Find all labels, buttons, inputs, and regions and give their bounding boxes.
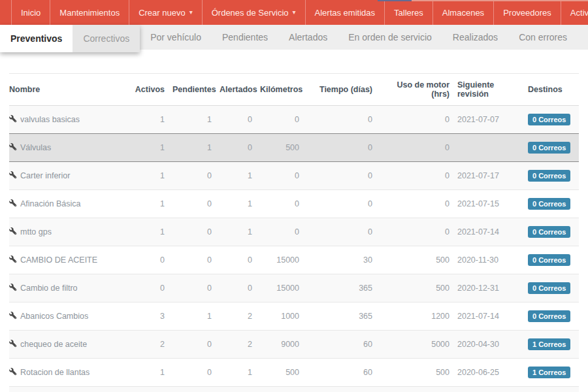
next-revision-date: 2021-07-14 <box>453 302 524 331</box>
nav-item-actividad-concepto[interactable]: Actividad / Concepto <box>561 0 588 25</box>
next-revision-date: 2021-07-17 <box>453 162 524 190</box>
maintenance-name: CAMBIO DE ACEITE <box>20 255 97 265</box>
correos-badge[interactable]: 0 Correos <box>528 114 570 125</box>
correos-badge[interactable]: 0 Correos <box>528 226 570 238</box>
tab-con-errores[interactable]: Con errores <box>508 25 578 50</box>
wrench-icon <box>9 340 17 348</box>
col-header-alertados: Alertados <box>216 74 256 106</box>
col-header-pendientes: Pendientes <box>169 74 216 106</box>
next-revision-date <box>453 134 524 162</box>
tab-por-vehiculo[interactable]: Por vehículo <box>140 25 212 50</box>
col-header-tiempo: Tiempo (días) <box>303 74 376 106</box>
nav-item-almacenes[interactable]: Almacenes <box>433 0 493 25</box>
correos-badge[interactable]: 0 Correos <box>528 198 570 210</box>
table-row[interactable]: Cambio de aceite 1 0 1 656041 30 5643 20… <box>9 387 579 392</box>
maintenance-name: Válvulas <box>20 143 51 152</box>
table-row[interactable]: Abanicos Cambios 3 1 2 1000 365 1200 202… <box>9 302 579 331</box>
correos-badge[interactable]: 1 Correos <box>528 338 570 350</box>
maintenance-name: Afinación Básica <box>20 199 80 208</box>
next-revision-date: 2021-07-14 <box>453 218 524 246</box>
tab-alertados[interactable]: Alertados <box>278 25 338 50</box>
wrench-icon <box>9 143 17 151</box>
filter-tabbar: Preventivos Correctivos Por vehículo Pen… <box>0 25 588 50</box>
active-tab-group: Preventivos Correctivos <box>0 25 140 52</box>
correos-badge[interactable]: 0 Correos <box>528 282 570 294</box>
nav-item-proveedores[interactable]: Proveedores <box>493 0 561 25</box>
next-revision-date: 2020-06-25 <box>453 359 524 387</box>
correos-badge[interactable]: 0 Correos <box>528 310 570 322</box>
nav-item-ordenes-de-servicio[interactable]: Órdenes de Servicio▾ <box>202 0 305 25</box>
window-edge-artifact-light <box>412 0 588 1</box>
table-row[interactable]: Carter inferior 1 0 1 0 0 0 2021-07-17 0… <box>9 162 579 190</box>
tab-pendientes[interactable]: Pendientes <box>212 25 278 50</box>
tab-en-orden-de-servicio[interactable]: En orden de servicio <box>338 25 442 50</box>
wrench-icon <box>9 227 17 235</box>
nav-item-inicio[interactable]: Inicio <box>11 0 50 25</box>
nav-item-alertas-emitidas[interactable]: Alertas emitidas <box>305 0 384 25</box>
table-row[interactable]: valvulas basicas 1 1 0 0 0 0 2021-07-07 … <box>9 106 579 134</box>
table-row[interactable]: chequeo de aceite 2 0 2 9000 60 5000 202… <box>9 331 579 359</box>
next-revision-date: 2020-04-30 <box>453 331 524 359</box>
col-header-siguiente-revision: Siguiente revisión <box>453 74 524 106</box>
tab-correctivos[interactable]: Correctivos <box>73 25 140 52</box>
table-row[interactable]: Afinación Básica 1 0 1 0 0 0 2021-07-15 … <box>9 190 579 218</box>
table-row[interactable]: Cambio de filtro 0 0 0 15000 365 500 202… <box>9 274 579 302</box>
maintenance-name: Carter inferior <box>20 171 70 180</box>
wrench-icon <box>9 199 17 207</box>
next-revision-date: 2020-11-30 <box>453 246 524 274</box>
table-row[interactable]: mtto gps 1 0 1 0 0 0 2021-07-14 0 Correo… <box>9 218 579 246</box>
chevron-down-icon: ▾ <box>293 9 296 16</box>
col-header-activos: Activos <box>131 74 169 106</box>
maintenance-name: Rotacion de llantas <box>20 368 90 377</box>
col-header-uso-motor: Uso de motor (hrs) <box>376 74 453 106</box>
nav-item-crear-nuevo[interactable]: Crear nuevo▾ <box>129 0 202 25</box>
wrench-icon <box>9 368 17 376</box>
maintenance-name: valvulas basicas <box>20 115 80 124</box>
nav-item-mantenimientos[interactable]: Mantenimientos <box>50 0 129 25</box>
app-window: Inicio Mantenimientos Crear nuevo▾ Órden… <box>0 0 588 392</box>
next-revision-date: 2021-07-07 <box>453 106 524 134</box>
wrench-icon <box>9 255 17 263</box>
col-header-nombre: Nombre <box>9 74 131 106</box>
maintenance-name: Abanicos Cambios <box>20 312 88 321</box>
col-header-kilometros: Kilómetros <box>256 74 303 106</box>
maintenance-name: chequeo de aceite <box>20 340 87 349</box>
table-header-row: Nombre Activos Pendientes Alertados Kiló… <box>9 74 579 106</box>
nav-item-talleres[interactable]: Talleres <box>384 0 433 25</box>
chevron-down-icon: ▾ <box>189 9 193 16</box>
table-row[interactable]: Rotacion de llantas 1 0 1 500 60 500 202… <box>9 359 579 387</box>
wrench-icon <box>9 312 17 319</box>
preventive-maintenance-table: Nombre Activos Pendientes Alertados Kiló… <box>9 73 579 392</box>
table-row[interactable]: CAMBIO DE ACEITE 0 0 0 15000 30 500 2020… <box>9 246 579 274</box>
correos-badge[interactable]: 0 Correos <box>528 142 570 154</box>
tab-realizados[interactable]: Realizados <box>442 25 508 50</box>
tab-preventivos[interactable]: Preventivos <box>0 25 73 52</box>
next-revision-date: 2021-07-14 <box>453 387 524 392</box>
maintenance-name: mtto gps <box>20 227 52 237</box>
table-row-highlighted[interactable]: Válvulas 1 1 0 500 0 0 0 Correos <box>9 134 579 162</box>
maintenance-name: Cambio de filtro <box>20 284 78 293</box>
next-revision-date: 2021-07-15 <box>453 190 524 218</box>
correos-badge[interactable]: 0 Correos <box>528 170 570 182</box>
main-navbar: Inicio Mantenimientos Crear nuevo▾ Órden… <box>0 0 588 25</box>
correos-badge[interactable]: 0 Correos <box>528 254 570 266</box>
correos-badge[interactable]: 1 Correos <box>528 367 570 378</box>
window-edge-artifact-dark <box>378 0 412 1</box>
wrench-icon <box>9 284 17 291</box>
next-revision-date: 2020-12-31 <box>453 274 524 302</box>
col-header-destinos: Destinos <box>524 74 579 106</box>
wrench-icon <box>9 115 17 123</box>
wrench-icon <box>9 171 17 179</box>
